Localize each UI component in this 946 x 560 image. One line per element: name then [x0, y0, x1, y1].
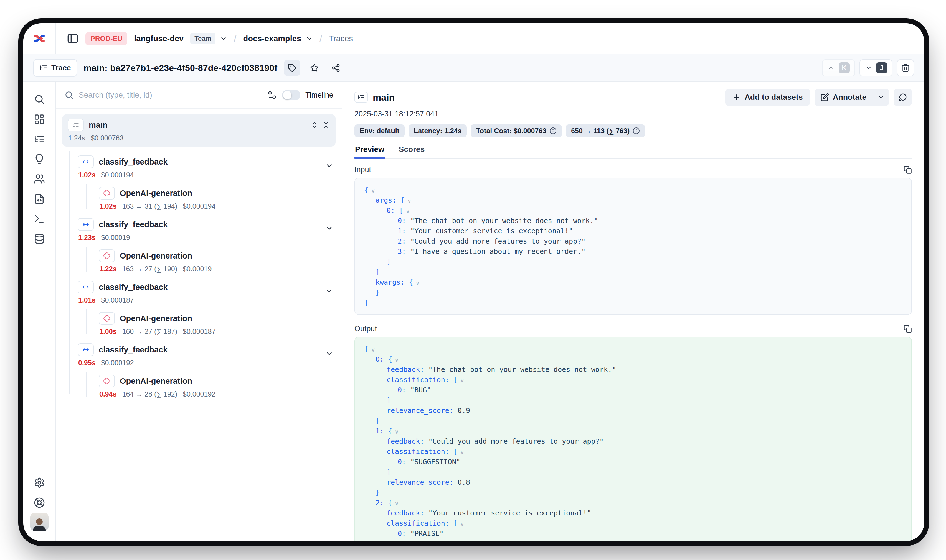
- json-string: "BUG": [406, 386, 431, 394]
- json-line: 0: "SUGGESTION": [364, 457, 902, 467]
- json-line: args: [∨: [364, 195, 902, 205]
- share-icon: [332, 63, 340, 72]
- arrows-left-right-icon: [82, 346, 89, 353]
- collapse-node-chevron-icon[interactable]: ∨: [407, 198, 411, 204]
- org-type-badge: Team: [190, 33, 216, 44]
- tab-preview[interactable]: Preview: [355, 144, 385, 158]
- expand-all-icon[interactable]: [311, 121, 318, 129]
- collapse-row-chevron-icon[interactable]: [325, 162, 333, 170]
- collapse-all-icon[interactable]: [322, 121, 330, 129]
- copy-icon: [904, 325, 912, 333]
- info-icon[interactable]: [549, 127, 557, 134]
- environment-badge[interactable]: PROD-EU: [85, 32, 127, 45]
- collapse-node-chevron-icon[interactable]: ∨: [395, 428, 399, 435]
- plus-icon: [733, 93, 741, 102]
- output-section-header: Output: [355, 325, 912, 333]
- share-button[interactable]: [329, 60, 343, 75]
- input-label: Input: [355, 165, 371, 174]
- project-name[interactable]: docs-examples: [243, 34, 301, 43]
- copy-output-button[interactable]: [904, 325, 912, 333]
- generation-name: OpenAI-generation: [120, 314, 192, 323]
- metric-badge-label: Latency: 1.24s: [414, 127, 461, 135]
- user-avatar[interactable]: [30, 512, 49, 531]
- sidebar-item-settings[interactable]: [29, 473, 49, 493]
- collapse-node-chevron-icon[interactable]: ∨: [460, 377, 464, 384]
- tree-generation-row[interactable]: OpenAI-generation 0.94s 164 → 28 (∑ 192)…: [99, 368, 336, 398]
- tag-button[interactable]: [284, 60, 300, 76]
- copy-input-button[interactable]: [904, 166, 912, 174]
- sidebar-item-support[interactable]: [29, 493, 49, 512]
- tree-span-row[interactable]: classify_feedback 1.23s $0.00019 OpenAI-…: [78, 210, 336, 273]
- timeline-toggle[interactable]: [282, 90, 300, 100]
- collapse-row-chevron-icon[interactable]: [325, 287, 333, 295]
- trace-badge-label: Trace: [51, 64, 71, 72]
- json-line: ]: [364, 395, 902, 405]
- generation-type-icon: [99, 312, 115, 325]
- gear-icon: [34, 477, 45, 488]
- annotate-dropdown-button[interactable]: [873, 89, 889, 106]
- sidebar-item-datasets[interactable]: [29, 229, 49, 249]
- collapse-node-chevron-icon[interactable]: ∨: [395, 357, 399, 363]
- search-icon: [34, 94, 45, 105]
- collapse-node-chevron-icon[interactable]: ∨: [406, 208, 410, 214]
- tab-scores[interactable]: Scores: [398, 144, 425, 158]
- json-punctuation: {: [384, 427, 392, 435]
- trace-detail-panel: main Add to datasets Annotate: [342, 82, 924, 541]
- json-string: "The chat bot on your website does not w…: [406, 217, 598, 225]
- section-traces[interactable]: Traces: [329, 34, 353, 43]
- org-chevron-down-icon[interactable]: [220, 35, 227, 42]
- pencil-square-icon: [821, 93, 829, 102]
- input-json-viewer[interactable]: {∨args: [∨0: [∨0: "The chat bot on your …: [355, 178, 912, 315]
- json-punctuation: [: [396, 196, 404, 204]
- json-punctuation: {: [384, 499, 392, 507]
- search-icon: [64, 90, 74, 100]
- span-latency: 1.02s: [78, 171, 96, 179]
- output-json-viewer[interactable]: [∨0: {∨feedback: "The chat bot on your w…: [355, 337, 912, 541]
- json-punctuation: [: [449, 376, 458, 384]
- sidebar-item-evaluation[interactable]: [29, 149, 49, 169]
- sidebar-item-tracing[interactable]: [29, 129, 49, 149]
- collapse-row-chevron-icon[interactable]: [325, 224, 333, 232]
- delete-trace-button[interactable]: [897, 59, 914, 77]
- collapse-row-chevron-icon[interactable]: [325, 349, 333, 358]
- previous-trace-button[interactable]: K: [822, 59, 855, 77]
- langfuse-logo-icon[interactable]: [33, 33, 46, 44]
- project-chevron-down-icon[interactable]: [306, 35, 313, 42]
- tree-span-row[interactable]: classify_feedback 0.95s $0.000192 OpenAI…: [78, 335, 336, 398]
- next-trace-button[interactable]: J: [860, 59, 892, 77]
- org-name[interactable]: langfuse-dev: [134, 34, 184, 43]
- generation-type-icon: [99, 375, 115, 388]
- tree-generation-row[interactable]: OpenAI-generation 1.02s 163 → 31 (∑ 194)…: [99, 180, 336, 210]
- tree-span-row[interactable]: classify_feedback 1.02s $0.000194 OpenAI…: [78, 148, 336, 210]
- tree-root-row[interactable]: main 1.24s $0.000763: [62, 114, 336, 146]
- json-line: kwargs: {∨: [364, 277, 902, 287]
- annotate-button[interactable]: Annotate: [815, 89, 872, 106]
- collapse-node-chevron-icon[interactable]: ∨: [460, 449, 464, 455]
- tree-generation-row[interactable]: OpenAI-generation 1.22s 163 → 27 (∑ 190)…: [99, 242, 336, 273]
- collapse-node-chevron-icon[interactable]: ∨: [460, 521, 464, 527]
- sidebar-item-users[interactable]: [29, 169, 49, 189]
- json-string: "Could you add more features to your app…: [424, 437, 603, 445]
- tree-search-input[interactable]: [79, 91, 262, 100]
- sidebar-toggle-icon[interactable]: [66, 32, 79, 45]
- sidebar-item-playground[interactable]: [29, 209, 49, 229]
- comments-button[interactable]: [894, 89, 912, 106]
- json-line: 2: {∨: [364, 498, 902, 508]
- info-icon[interactable]: [633, 127, 640, 134]
- view-settings-icon[interactable]: [267, 90, 277, 100]
- favorite-star-button[interactable]: [307, 60, 322, 75]
- sidebar-item-prompts[interactable]: [29, 189, 49, 209]
- collapse-node-chevron-icon[interactable]: ∨: [371, 346, 375, 353]
- collapse-node-chevron-icon[interactable]: ∨: [395, 500, 399, 507]
- json-line: classification: [∨: [364, 518, 902, 528]
- sidebar-item-dashboard[interactable]: [29, 109, 49, 129]
- span-type-icon: [78, 281, 94, 294]
- add-to-datasets-button[interactable]: Add to datasets: [725, 89, 810, 106]
- sidebar-item-search[interactable]: [29, 89, 49, 109]
- collapse-node-chevron-icon[interactable]: ∨: [371, 187, 375, 194]
- collapse-node-chevron-icon[interactable]: ∨: [415, 280, 420, 286]
- tree-span-row[interactable]: classify_feedback 1.01s $0.000187 OpenAI…: [78, 273, 336, 335]
- tree-generation-row[interactable]: OpenAI-generation 1.00s 160 → 27 (∑ 187)…: [99, 305, 336, 335]
- generation-latency: 1.22s: [99, 265, 117, 273]
- json-line: ]: [364, 538, 902, 541]
